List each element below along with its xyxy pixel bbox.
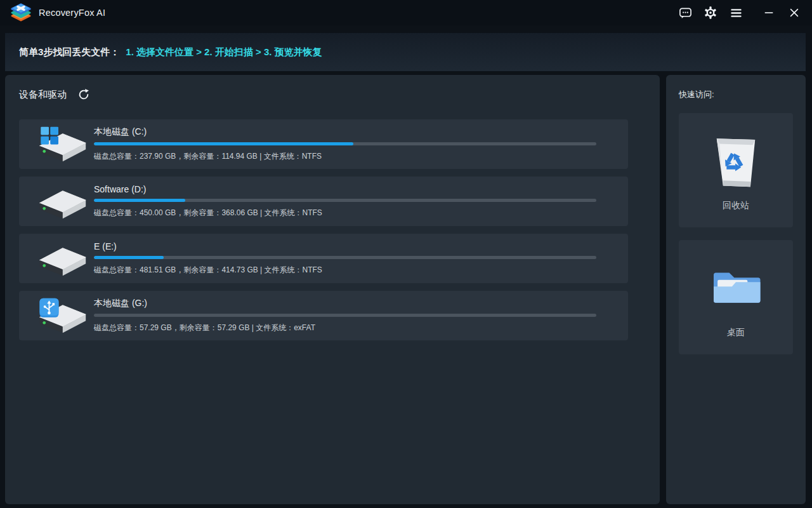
drive-usage-bar [94, 314, 596, 317]
refresh-button[interactable] [77, 88, 91, 102]
settings-gear-icon [704, 6, 717, 19]
devices-header: 设备和驱动 [19, 88, 660, 102]
windows-drive-icon [35, 125, 88, 163]
drive-details: 磁盘总容量：481.51 GB，剩余容量：414.73 GB | 文件系统：NT… [94, 265, 596, 276]
drive-usage-fill [94, 142, 353, 145]
drive-icon [29, 182, 94, 220]
titlebar: RecoveryFox AI [0, 0, 812, 25]
drive-name: E (E:) [94, 241, 596, 251]
quick-access-panel: 快速访问: [666, 75, 806, 504]
titlebar-actions [667, 5, 802, 20]
hard-drive-icon [35, 182, 88, 220]
refresh-icon [77, 88, 90, 101]
drive-details: 磁盘总容量：237.90 GB，剩余容量：114.94 GB | 文件系统：NT… [94, 151, 596, 162]
quick-access-card-icon-wrap [708, 129, 764, 192]
recycle-bin-icon [708, 130, 764, 191]
drive-icon [29, 297, 94, 335]
desktop-folder-icon [709, 265, 763, 310]
drive-usage-fill [94, 256, 164, 259]
drive-icon [29, 125, 94, 163]
settings-button[interactable] [703, 5, 718, 20]
close-button[interactable] [787, 5, 802, 20]
devices-panel: 设备和驱动 [5, 75, 660, 504]
feedback-icon [679, 6, 692, 20]
app-title: RecoveryFox AI [39, 8, 105, 18]
menu-icon [730, 6, 743, 20]
drive-name: Software (D:) [94, 184, 596, 194]
drive-details: 磁盘总容量：450.00 GB，剩余容量：368.06 GB | 文件系统：NT… [94, 208, 596, 218]
menu-button[interactable] [728, 5, 743, 20]
close-icon [789, 7, 800, 18]
quick-access-card[interactable]: 桌面 [679, 240, 793, 354]
quick-access-cards: 回收站 桌面 [679, 113, 793, 354]
quick-access-card[interactable]: 回收站 [679, 113, 793, 227]
app-window: RecoveryFox AI [0, 0, 812, 508]
usb-drive-icon [35, 297, 88, 335]
drive-info: E (E:) 磁盘总容量：481.51 GB，剩余容量：414.73 GB | … [94, 241, 596, 276]
drive-usage-bar [94, 256, 596, 259]
quick-access-card-icon-wrap [709, 256, 763, 319]
drive-usage-fill [94, 199, 185, 202]
drive-usage-bar [94, 199, 596, 202]
drive-info: 本地磁盘 (C:) 磁盘总容量：237.90 GB，剩余容量：114.94 GB… [94, 126, 596, 162]
drive-name: 本地磁盘 (C:) [94, 126, 596, 138]
minimize-icon [763, 7, 775, 18]
drive-info: 本地磁盘 (G:) 磁盘总容量：57.29 GB，剩余容量：57.29 GB |… [94, 298, 596, 333]
devices-header-title: 设备和驱动 [19, 89, 67, 101]
steps-banner-prefix: 简单3步找回丢失文件： [19, 46, 119, 58]
drive-row[interactable]: 本地磁盘 (C:) 磁盘总容量：237.90 GB，剩余容量：114.94 GB… [19, 119, 628, 169]
drive-list: 本地磁盘 (C:) 磁盘总容量：237.90 GB，剩余容量：114.94 GB… [19, 119, 628, 340]
steps-banner: 简单3步找回丢失文件： 1. 选择文件位置 > 2. 开始扫描 > 3. 预览并… [5, 33, 806, 71]
drive-name: 本地磁盘 (G:) [94, 298, 596, 309]
feedback-button[interactable] [678, 5, 693, 20]
quick-access-card-label: 桌面 [727, 327, 745, 338]
app-logo-icon [10, 3, 32, 22]
drive-row[interactable]: 本地磁盘 (G:) 磁盘总容量：57.29 GB，剩余容量：57.29 GB |… [19, 291, 628, 340]
drive-row[interactable]: E (E:) 磁盘总容量：481.51 GB，剩余容量：414.73 GB | … [19, 234, 628, 283]
quick-access-header: 快速访问: [679, 89, 806, 100]
drive-details: 磁盘总容量：57.29 GB，剩余容量：57.29 GB | 文件系统：exFA… [94, 323, 596, 333]
drive-row[interactable]: Software (D:) 磁盘总容量：450.00 GB，剩余容量：368.0… [19, 177, 628, 226]
quick-access-card-label: 回收站 [723, 200, 749, 211]
minimize-button[interactable] [761, 5, 776, 20]
drive-usage-bar [94, 142, 596, 145]
hard-drive-icon [35, 239, 88, 277]
drive-info: Software (D:) 磁盘总容量：450.00 GB，剩余容量：368.0… [94, 184, 596, 218]
drive-icon [29, 239, 94, 277]
steps-banner-steps: 1. 选择文件位置 > 2. 开始扫描 > 3. 预览并恢复 [126, 46, 322, 58]
